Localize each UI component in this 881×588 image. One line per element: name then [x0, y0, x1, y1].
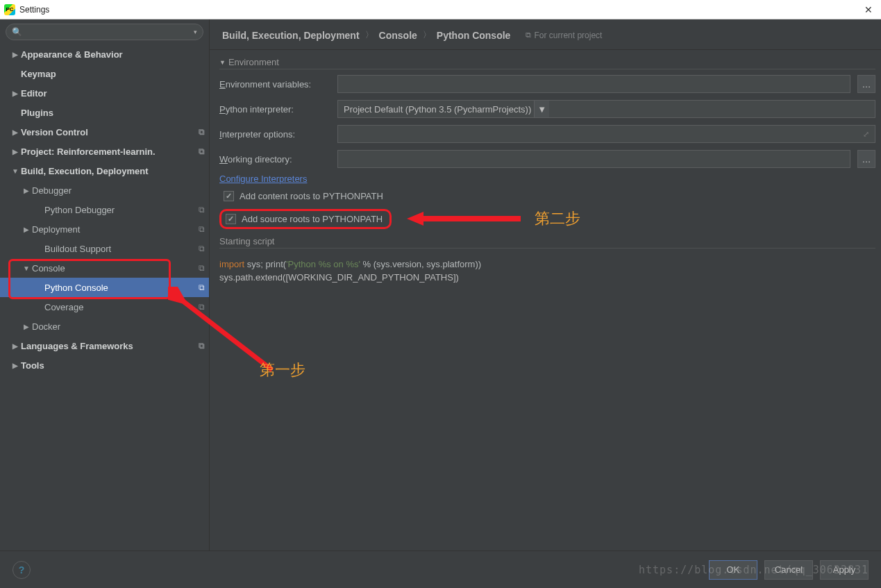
content: Build, Execution, Deployment 〉 Console 〉… [210, 19, 881, 551]
starting-script-editor[interactable]: import sys; print('Python %s on %s' % (s… [219, 253, 875, 368]
code-line: sys.path.extend([WORKING_DIR_AND_PYTHON_… [219, 271, 875, 285]
tree-label: Keymap [21, 69, 56, 79]
sidebar-item-deployment[interactable]: Deployment ⧉ [0, 219, 209, 239]
footer-buttons: OK Cancel Apply [709, 560, 869, 580]
sidebar-item-build-exec-deploy[interactable]: Build, Execution, Deployment [0, 161, 209, 180]
sidebar-item-docker[interactable]: Docker [0, 317, 209, 336]
tree-label: Editor [21, 88, 47, 99]
tree-label: Coverage [44, 302, 83, 312]
label-interpreter: Python interpreter: [219, 104, 330, 115]
copy-icon: ⧉ [199, 263, 205, 273]
chevron-right-icon [21, 323, 32, 330]
sidebar-item-plugins[interactable]: Plugins [0, 103, 209, 122]
sidebar-item-tools[interactable]: Tools [0, 355, 209, 375]
chevron-right-icon: 〉 [365, 29, 374, 41]
copy-icon: ⧉ [199, 205, 205, 215]
titlebar: PC Settings ✕ [0, 0, 881, 19]
tree-label: Tools [21, 360, 44, 371]
annotation-box-step2: Add source roots to PYTHONPATH [219, 209, 392, 229]
sidebar-item-buildout-support[interactable]: Buildout Support ⧉ [0, 239, 209, 258]
breadcrumb-item[interactable]: Build, Execution, Deployment [222, 30, 360, 41]
sidebar-item-keymap[interactable]: Keymap [0, 64, 209, 83]
sidebar-item-project[interactable]: Project: Reinforcement-learnin. ⧉ [0, 142, 209, 161]
sidebar-item-editor[interactable]: Editor [0, 83, 209, 103]
ok-button[interactable]: OK [709, 560, 757, 580]
checkbox-source-roots[interactable]: Add source roots to PYTHONPATH [226, 214, 383, 224]
checkbox-icon [226, 214, 236, 224]
annotation-text-step1: 第一步 [260, 360, 305, 380]
window-title: Settings [19, 5, 49, 15]
sidebar-item-python-debugger[interactable]: Python Debugger ⧉ [0, 200, 209, 219]
sidebar-item-languages-frameworks[interactable]: Languages & Frameworks ⧉ [0, 336, 209, 355]
tree-label: Console [32, 263, 65, 274]
search-wrap[interactable]: 🔍 ▾ [6, 24, 203, 40]
sidebar-item-console[interactable]: Console ⧉ [0, 258, 209, 278]
sidebar-item-debugger[interactable]: Debugger [0, 180, 209, 200]
copy-icon: ⧉ [199, 146, 205, 156]
titlebar-left: PC Settings [4, 4, 49, 15]
apply-button[interactable]: Apply [820, 560, 869, 580]
tree-label: Build, Execution, Deployment [21, 166, 148, 176]
sidebar-item-coverage[interactable]: Coverage ⧉ [0, 297, 209, 317]
tree-label: Debugger [32, 185, 72, 196]
copy-icon: ⧉ [199, 283, 205, 292]
cancel-button[interactable]: Cancel [764, 560, 813, 580]
input-interp-options[interactable]: ⤢ [337, 125, 875, 143]
annotation-text-step2: 第二步 [535, 208, 580, 229]
sidebar-item-version-control[interactable]: Version Control ⧉ [0, 122, 209, 142]
footer: ? OK Cancel Apply [0, 551, 881, 588]
select-value: Project Default (Python 3.5 (PycharmProj… [344, 104, 531, 115]
scope-label: ⧉ For current project [526, 31, 602, 40]
sidebar: 🔍 ▾ Appearance & Behavior Keymap Editor … [0, 19, 210, 551]
browse-button[interactable]: … [857, 150, 875, 168]
close-icon[interactable]: ✕ [860, 4, 877, 15]
input-env-vars[interactable] [337, 75, 850, 93]
tree-label: Languages & Frameworks [21, 341, 133, 351]
tree-label: Python Console [44, 283, 108, 293]
tree-label: Python Debugger [44, 205, 115, 215]
tree-label: Project: Reinforcement-learnin. [21, 146, 156, 157]
settings-tree: Appearance & Behavior Keymap Editor Plug… [0, 44, 209, 551]
chevron-right-icon: 〉 [423, 29, 431, 41]
tree-label: Appearance & Behavior [21, 49, 123, 60]
tree-label: Docker [32, 321, 60, 332]
checkbox-content-roots[interactable]: Add content roots to PYTHONPATH [219, 188, 875, 204]
copy-icon: ⧉ [199, 224, 205, 234]
copy-icon: ⧉ [199, 341, 205, 351]
input-working-dir[interactable] [337, 150, 850, 168]
search-input[interactable] [25, 27, 191, 37]
main-area: 🔍 ▾ Appearance & Behavior Keymap Editor … [0, 19, 881, 551]
chevron-down-icon[interactable]: ▼ [534, 101, 549, 117]
chevron-right-icon [21, 187, 32, 194]
help-button[interactable]: ? [12, 561, 31, 579]
section-label: Environment [228, 57, 279, 67]
section-starting-script: Starting script [219, 236, 875, 249]
breadcrumb-item: Python Console [437, 30, 511, 41]
tree-label: Deployment [32, 224, 80, 235]
sidebar-item-appearance-behavior[interactable]: Appearance & Behavior [0, 44, 209, 64]
copy-icon: ⧉ [199, 127, 205, 137]
expand-icon[interactable]: ⤢ [863, 130, 869, 139]
row-env-vars: EEnvironment variables:nvironment variab… [219, 74, 875, 94]
search-bar: 🔍 ▾ [0, 19, 209, 44]
chevron-right-icon [21, 226, 32, 233]
tree-label: Version Control [21, 127, 88, 137]
copy-icon: ⧉ [199, 302, 205, 312]
chevron-right-icon [10, 342, 21, 350]
checkbox-label: Add content roots to PYTHONPATH [240, 191, 383, 201]
chevron-right-icon [10, 362, 21, 369]
sidebar-item-python-console[interactable]: Python Console ⧉ [0, 278, 209, 297]
browse-button[interactable]: … [857, 75, 875, 93]
label-env-vars: EEnvironment variables:nvironment variab… [219, 79, 330, 90]
breadcrumb: Build, Execution, Deployment 〉 Console 〉… [210, 19, 881, 50]
settings-panel: ▼ Environment EEnvironment variables:nvi… [210, 50, 881, 375]
copy-icon: ⧉ [526, 31, 531, 40]
breadcrumb-item[interactable]: Console [379, 30, 417, 41]
tree-label: Buildout Support [44, 244, 111, 254]
tree-label: Plugins [21, 108, 53, 118]
link-configure-interpreters[interactable]: Configure Interpreters [219, 174, 875, 184]
chevron-down-icon[interactable]: ▾ [194, 28, 197, 35]
app-icon: PC [4, 4, 15, 15]
select-interpreter[interactable]: Project Default (Python 3.5 (PycharmProj… [337, 100, 875, 118]
section-environment[interactable]: ▼ Environment [219, 57, 875, 69]
